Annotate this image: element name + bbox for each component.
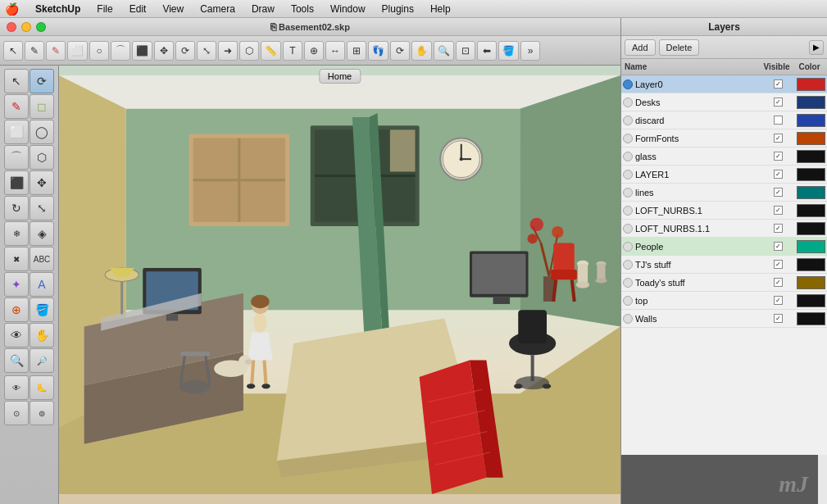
prevview-vp-btn[interactable]: ⬅ <box>477 41 497 61</box>
layer-row[interactable]: Walls <box>621 310 827 328</box>
tool-erase[interactable]: ◻ <box>30 94 54 119</box>
tool-section[interactable]: ✦ <box>4 272 29 297</box>
tool-text[interactable]: A <box>30 272 54 297</box>
tool-follow[interactable]: ❄ <box>4 221 29 246</box>
apple-menu[interactable]: 🍎 <box>5 2 19 16</box>
orbit-vp-btn[interactable]: ⟳ <box>390 41 410 61</box>
edit-menu[interactable]: Edit <box>126 2 150 16</box>
layer-color-swatch[interactable] <box>797 150 825 163</box>
tool-orbit[interactable]: ⟳ <box>30 69 54 93</box>
layer-color-swatch[interactable] <box>797 186 825 199</box>
layer-color-swatch[interactable] <box>797 312 825 325</box>
paint-vp-btn[interactable]: 🪣 <box>498 41 519 61</box>
layer-row[interactable]: Desks <box>621 93 827 111</box>
layer-color-swatch[interactable] <box>797 276 825 289</box>
draw-menu[interactable]: Draw <box>248 2 278 16</box>
layers-menu-arrow[interactable]: ▶ <box>809 40 824 55</box>
tape-vp-btn[interactable]: 📏 <box>261 41 281 61</box>
home-button[interactable]: Home <box>319 69 361 84</box>
layer-color-swatch[interactable] <box>797 222 825 235</box>
layer-color-swatch[interactable] <box>797 78 825 91</box>
tool-pencil[interactable]: ✎ <box>4 94 29 119</box>
layer-color-swatch[interactable] <box>797 96 825 109</box>
tool-lookaround[interactable]: 👁 <box>4 375 29 400</box>
layer-visibility-checkbox[interactable] <box>760 152 797 161</box>
more-vp-btn[interactable]: » <box>520 41 540 61</box>
layer-row[interactable]: People <box>621 238 827 256</box>
tool-zoomext[interactable]: 🔎 <box>30 348 54 373</box>
plugins-menu[interactable]: Plugins <box>379 2 417 16</box>
tool-tape[interactable]: ✖ <box>4 247 29 271</box>
delete-layer-button[interactable]: Delete <box>659 39 700 56</box>
layer-visibility-checkbox[interactable] <box>760 188 797 197</box>
tool-move[interactable]: ✥ <box>30 170 54 195</box>
scale-vp-btn[interactable]: ⤡ <box>197 41 216 61</box>
tool-offset[interactable]: ◈ <box>30 221 54 246</box>
close-button[interactable] <box>7 22 16 32</box>
minimize-button[interactable] <box>21 22 31 32</box>
layer-row[interactable]: TJ's stuff <box>621 256 827 274</box>
tool-xray[interactable]: ⊙ <box>4 401 29 425</box>
zoomext-vp-btn[interactable]: ⊡ <box>456 41 475 61</box>
tool-scale[interactable]: ⤡ <box>30 196 54 220</box>
layer-row[interactable]: LOFT_NURBS.1 <box>621 202 827 220</box>
add-layer-button[interactable]: Add <box>625 39 656 56</box>
tool-pan[interactable]: ✋ <box>30 323 54 347</box>
layer-visibility-checkbox[interactable] <box>760 98 797 107</box>
followme-vp-btn[interactable]: ➜ <box>218 41 238 61</box>
tool-select[interactable]: ↖ <box>4 69 29 93</box>
tool-circle[interactable]: ◯ <box>30 120 54 144</box>
maximize-button[interactable] <box>36 22 46 32</box>
tool-rotate[interactable]: ↻ <box>4 196 29 220</box>
tool-zoom[interactable]: 🔍 <box>4 348 29 373</box>
circle-vp-btn[interactable]: ○ <box>89 41 109 61</box>
file-menu[interactable]: File <box>93 2 116 16</box>
tool-polygon[interactable]: ⬡ <box>30 145 54 170</box>
layer-row[interactable]: FormFonts <box>621 129 827 148</box>
tool-arc[interactable]: ⌒ <box>4 145 29 170</box>
select-vp-btn[interactable]: ↖ <box>3 41 23 61</box>
tool-rect[interactable]: ⬜ <box>4 120 29 144</box>
section-vp-btn[interactable]: ⊞ <box>347 41 366 61</box>
tool-shadow[interactable]: ⊚ <box>30 401 54 425</box>
view-menu[interactable]: View <box>159 2 187 16</box>
layer-visibility-checkbox[interactable] <box>760 79 797 89</box>
viewport-canvas[interactable]: Home Drag to orbit. Shift = Pan <box>59 66 620 504</box>
pan-vp-btn[interactable]: ✋ <box>411 41 432 61</box>
layer-visibility-checkbox[interactable] <box>760 206 797 215</box>
layer-visibility-checkbox[interactable] <box>760 296 797 305</box>
layer-visibility-checkbox[interactable] <box>760 260 797 269</box>
layer-visibility-checkbox[interactable] <box>760 314 797 323</box>
window-menu[interactable]: Window <box>327 2 369 16</box>
eraser-vp-btn[interactable]: ✎ <box>46 41 66 61</box>
arc-vp-btn[interactable]: ⌒ <box>111 41 130 61</box>
walk-vp-btn[interactable]: 👣 <box>368 41 389 61</box>
layer-row[interactable]: lines <box>621 184 827 202</box>
tools-menu[interactable]: Tools <box>288 2 317 16</box>
layer-visibility-checkbox[interactable] <box>760 170 797 179</box>
layer-color-swatch[interactable] <box>797 258 825 271</box>
layer-row[interactable]: LAYER1 <box>621 166 827 184</box>
layer-color-swatch[interactable] <box>797 294 825 307</box>
pushpull-vp-btn[interactable]: ⬛ <box>132 41 152 61</box>
layer-color-swatch[interactable] <box>797 240 825 253</box>
text-vp-btn[interactable]: T <box>283 41 302 61</box>
tool-paint[interactable]: 🪣 <box>30 297 54 322</box>
layer-row[interactable]: Toady's stuff <box>621 274 827 292</box>
dimen-vp-btn[interactable]: ↔ <box>325 41 345 61</box>
layer-visibility-checkbox[interactable] <box>760 116 797 125</box>
layer-color-swatch[interactable] <box>797 168 825 181</box>
tool-foot[interactable]: 🦶 <box>30 375 54 400</box>
layer-color-swatch[interactable] <box>797 132 825 145</box>
layer-visibility-checkbox[interactable] <box>760 224 797 233</box>
rotate-vp-btn[interactable]: ⟳ <box>175 41 195 61</box>
layer-row[interactable]: discard <box>621 111 827 129</box>
layer-row[interactable]: top <box>621 292 827 310</box>
tool-dimen[interactable]: ABC <box>30 247 54 271</box>
axes-vp-btn[interactable]: ⊕ <box>304 41 324 61</box>
rect-vp-btn[interactable]: ⬜ <box>67 41 88 61</box>
layer-visibility-checkbox[interactable] <box>760 278 797 287</box>
layer-visibility-checkbox[interactable] <box>760 134 797 143</box>
help-menu[interactable]: Help <box>427 2 454 16</box>
offset-vp-btn[interactable]: ⬡ <box>239 41 259 61</box>
